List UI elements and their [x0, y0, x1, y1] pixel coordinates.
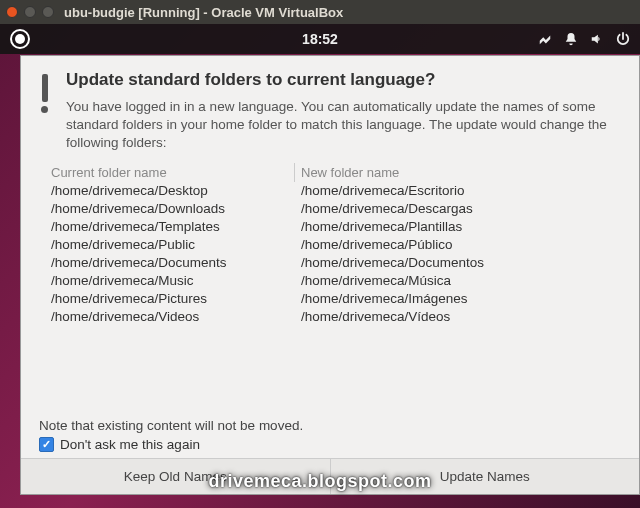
panel-clock[interactable]: 18:52: [302, 31, 338, 47]
table-row[interactable]: /home/drivemeca/Public/home/drivemeca/Pú…: [47, 236, 623, 254]
cell-new: /home/drivemeca/Documentos: [295, 254, 623, 272]
dialog-note: Note that existing content will not be m…: [21, 414, 639, 435]
cell-new: /home/drivemeca/Música: [295, 272, 623, 290]
power-icon[interactable]: [616, 32, 630, 46]
cell-new: /home/drivemeca/Público: [295, 236, 623, 254]
dialog-buttons: Keep Old Names Update Names: [21, 458, 639, 494]
table-row[interactable]: /home/drivemeca/Pictures/home/drivemeca/…: [47, 290, 623, 308]
network-icon[interactable]: [538, 32, 552, 46]
table-row[interactable]: /home/drivemeca/Templates/home/drivemeca…: [47, 218, 623, 236]
table-row[interactable]: /home/drivemeca/Videos/home/drivemeca/Ví…: [47, 308, 623, 326]
table-row[interactable]: /home/drivemeca/Documents/home/drivemeca…: [47, 254, 623, 272]
table-row[interactable]: /home/drivemeca/Downloads/home/drivemeca…: [47, 200, 623, 218]
table-row[interactable]: /home/drivemeca/Music/home/drivemeca/Mús…: [47, 272, 623, 290]
vbox-titlebar: ubu-budgie [Running] - Oracle VM Virtual…: [0, 0, 640, 24]
column-header-new[interactable]: New folder name: [295, 163, 623, 182]
budgie-menu-icon[interactable]: [10, 29, 30, 49]
cell-new: /home/drivemeca/Escritorio: [295, 182, 623, 200]
keep-old-names-button[interactable]: Keep Old Names: [21, 459, 331, 494]
cell-current: /home/drivemeca/Pictures: [47, 290, 295, 308]
maximize-icon[interactable]: [42, 6, 54, 18]
notifications-icon[interactable]: [564, 32, 578, 46]
column-header-current[interactable]: Current folder name: [47, 163, 295, 182]
window-controls: [6, 6, 54, 18]
cell-current: /home/drivemeca/Documents: [47, 254, 295, 272]
cell-new: /home/drivemeca/Descargas: [295, 200, 623, 218]
cell-current: /home/drivemeca/Public: [47, 236, 295, 254]
cell-current: /home/drivemeca/Templates: [47, 218, 295, 236]
table-row[interactable]: /home/drivemeca/Desktop/home/drivemeca/E…: [47, 182, 623, 200]
close-icon[interactable]: [6, 6, 18, 18]
dialog-heading: Update standard folders to current langu…: [66, 70, 623, 90]
warning-icon: [41, 70, 48, 153]
cell-current: /home/drivemeca/Music: [47, 272, 295, 290]
update-folders-dialog: Update standard folders to current langu…: [20, 55, 640, 495]
dont-ask-checkbox[interactable]: ✓ Don't ask me this again: [21, 435, 639, 458]
cell-new: /home/drivemeca/Plantillas: [295, 218, 623, 236]
checkbox-label: Don't ask me this again: [60, 437, 200, 452]
cell-current: /home/drivemeca/Videos: [47, 308, 295, 326]
folders-table: Current folder name New folder name /hom…: [21, 161, 639, 414]
cell-current: /home/drivemeca/Desktop: [47, 182, 295, 200]
checkbox-icon[interactable]: ✓: [39, 437, 54, 452]
cell-new: /home/drivemeca/Imágenes: [295, 290, 623, 308]
vbox-title: ubu-budgie [Running] - Oracle VM Virtual…: [64, 5, 343, 20]
sound-icon[interactable]: [590, 32, 604, 46]
cell-current: /home/drivemeca/Downloads: [47, 200, 295, 218]
dialog-body-text: You have logged in in a new language. Yo…: [66, 98, 623, 153]
update-names-button[interactable]: Update Names: [331, 459, 640, 494]
minimize-icon[interactable]: [24, 6, 36, 18]
cell-new: /home/drivemeca/Vídeos: [295, 308, 623, 326]
desktop-panel: 18:52: [0, 24, 640, 54]
